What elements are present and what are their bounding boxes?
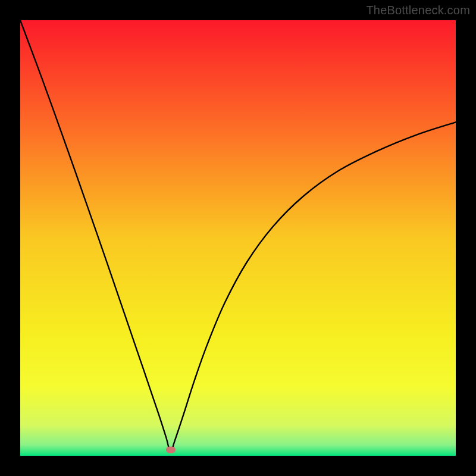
optimal-point-marker	[166, 447, 176, 453]
plot-area	[20, 20, 456, 456]
outer-frame: TheBottleneck.com	[0, 0, 476, 476]
bottleneck-curve	[20, 20, 456, 452]
watermark-text: TheBottleneck.com	[366, 4, 470, 17]
curve-layer	[20, 20, 456, 456]
